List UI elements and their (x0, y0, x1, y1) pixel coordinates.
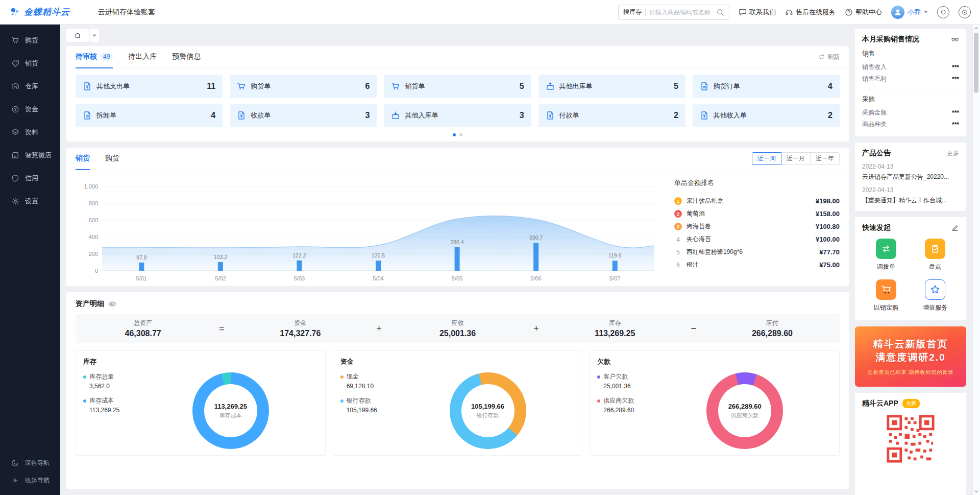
tab-dropdown-icon[interactable] (90, 29, 99, 42)
contact-us-link[interactable]: 联系我们 (739, 8, 776, 17)
after-sales-service-link[interactable]: 售后在线服务 (785, 8, 836, 17)
price-tag-icon (11, 59, 19, 67)
notice-title: 产品公告 (862, 149, 891, 158)
product-amount: ¥100.80 (816, 223, 840, 230)
range-month-button[interactable]: 近一月 (781, 152, 811, 165)
metric-label: 总资产 (76, 319, 210, 327)
row-value-masked: *** (952, 76, 959, 83)
tile-label: 其他支出单 (96, 82, 130, 91)
collapse-nav-button[interactable]: 收起导航 (0, 472, 60, 489)
logo-mark-icon (9, 7, 20, 18)
quick-action-value-added[interactable]: 增值服务 (913, 279, 957, 312)
user-menu[interactable]: 小乔 (891, 6, 928, 19)
donut-center-label: 银行存款 (477, 412, 499, 419)
tile-payment[interactable]: 付款单 2 (538, 104, 685, 127)
tile-sales-order[interactable]: 销货单 5 (384, 75, 531, 98)
collapse-icon (11, 476, 19, 484)
sidebar-item-sales[interactable]: 销货 (0, 52, 60, 75)
tab-sales[interactable]: 销货 (76, 148, 90, 170)
tile-label: 其他收入单 (714, 111, 747, 120)
feedback-icon[interactable] (959, 6, 971, 18)
tile-label: 付款单 (559, 111, 579, 120)
ranking-list-item[interactable]: 6 橙汁 ¥75.00 (674, 258, 840, 271)
stock-search[interactable]: 搜库存 (618, 5, 729, 20)
sidebar-item-warehouse[interactable]: 仓库 (0, 75, 60, 98)
app-title: 精斗云APP (862, 399, 898, 408)
ranking-list-item[interactable]: 5 西红柿意粉酱190g*6 ¥77.70 (674, 246, 840, 258)
tile-receipt[interactable]: 收款单 3 (230, 104, 377, 127)
tab-label: 待审核 (76, 52, 97, 61)
free-badge: 免费 (902, 399, 920, 408)
tile-purchase-order[interactable]: 购货单 6 (230, 75, 377, 98)
quick-action-transfer[interactable]: 调拨单 (864, 239, 908, 271)
scrollbar-thumb[interactable] (974, 33, 978, 93)
sidebar-item-settings[interactable]: 设置 (0, 190, 60, 213)
eye-icon[interactable] (108, 300, 116, 308)
banner-line1: 精斗云新版首页 (873, 338, 948, 351)
pagination-dot[interactable] (459, 133, 462, 136)
quick-action-sell-to-order[interactable]: 以销定购 (864, 279, 908, 312)
tile-disassembly[interactable]: 拆卸单 4 (76, 104, 223, 127)
doc-yen-icon (546, 111, 555, 120)
refresh-button[interactable]: 刷新 (818, 53, 840, 61)
panel-title: 资金 (340, 357, 575, 366)
tile-other-outbound[interactable]: 其他出库单 5 (538, 75, 685, 98)
qr-code (886, 414, 935, 463)
ranking-list-item[interactable]: 4 夹心海苔 ¥100.00 (674, 233, 840, 246)
inventory-panel: 库存 库存总量 3,562.0 库存成本 113,269.25 (76, 350, 326, 456)
ranking-list-item[interactable]: 3 烤海苔卷 ¥100.80 (674, 220, 840, 233)
refresh-label: 刷新 (827, 53, 840, 61)
notice-link[interactable]: 云进销存产品更新公告_20220... (862, 173, 959, 181)
cart-icon (876, 279, 896, 300)
contact-us-label: 联系我们 (749, 8, 776, 17)
search-icon[interactable] (716, 8, 724, 16)
sidebar-item-funds[interactable]: 资金 (0, 98, 60, 121)
pagination-dot[interactable] (453, 133, 456, 136)
range-year-button[interactable]: 近一年 (810, 152, 840, 165)
survey-promo-banner[interactable]: 精斗云新版首页 满意度调研2.0 全新首页已到来 期待收到您的反馈 (855, 326, 966, 387)
equals-sign: = (210, 323, 233, 334)
legend-label: 客户欠款 (603, 372, 628, 381)
ranking-list-item[interactable]: 1 果汁饮品礼盒 ¥198.00 (674, 195, 840, 207)
tab-purchase[interactable]: 购货 (105, 148, 119, 170)
tab-pending-approval[interactable]: 待审核 49 (76, 46, 113, 68)
quick-action-label: 调拨单 (877, 263, 895, 271)
sidebar-item-purchase[interactable]: 购货 (0, 29, 60, 52)
scroll-down-arrow[interactable] (973, 488, 980, 495)
page-scrollbar[interactable] (972, 25, 980, 495)
tile-other-expense[interactable]: 其他支出单 11 (76, 75, 223, 98)
scroll-up-arrow[interactable] (973, 25, 980, 32)
app-logo[interactable]: 金蝶精斗云 (9, 6, 81, 18)
search-input[interactable] (649, 9, 713, 16)
tab-alerts[interactable]: 预警信息 (172, 46, 201, 68)
tile-other-income[interactable]: 其他收入单 2 (693, 104, 840, 127)
more-link[interactable]: 更多 (947, 149, 959, 158)
tile-other-inbound[interactable]: 其他入库单 3 (384, 104, 531, 127)
tab-pending-inout[interactable]: 待出入库 (128, 46, 157, 68)
sidebar-item-data[interactable]: 资料 (0, 121, 60, 144)
quick-action-stocktake[interactable]: 盘点 (913, 239, 957, 271)
sidebar-item-smart-store[interactable]: 智慧微店 (0, 144, 60, 167)
range-week-button[interactable]: 近一周 (752, 152, 781, 165)
notice-link[interactable]: 【重要通知】精斗云工作台城... (862, 196, 959, 205)
help-center-label: 帮助中心 (855, 8, 882, 17)
sidebar-item-label: 信用 (25, 174, 38, 183)
dark-nav-toggle[interactable]: 深色导航 (0, 454, 60, 472)
legend-value: 25,001.36 (603, 383, 657, 390)
mask-values-icon[interactable] (951, 35, 959, 43)
product-amount-ranking: 单品金额排名 1 果汁饮品礼盒 ¥198.00 2 葡萄酒 ¥158.00 3 … (671, 174, 840, 284)
row-label: 采购金额 (862, 108, 887, 117)
svg-text:800: 800 (89, 200, 98, 206)
help-center-link[interactable]: 帮助中心 (845, 8, 882, 17)
search-scope-label[interactable]: 搜库存 (623, 8, 642, 16)
sidebar-item-credit[interactable]: 信用 (0, 167, 60, 190)
notice-date: 2022-04-13 (862, 163, 959, 170)
layers-icon (11, 128, 19, 136)
tab-home[interactable] (66, 29, 89, 42)
edit-icon[interactable] (951, 224, 959, 232)
donut-center-value: 105,199.66 (471, 403, 504, 410)
ranking-list-item[interactable]: 2 葡萄酒 ¥158.00 (674, 207, 840, 220)
back-old-version-icon[interactable] (937, 6, 949, 18)
shield-icon (11, 174, 19, 182)
tile-purchase-request[interactable]: 购货订单 4 (693, 75, 840, 98)
